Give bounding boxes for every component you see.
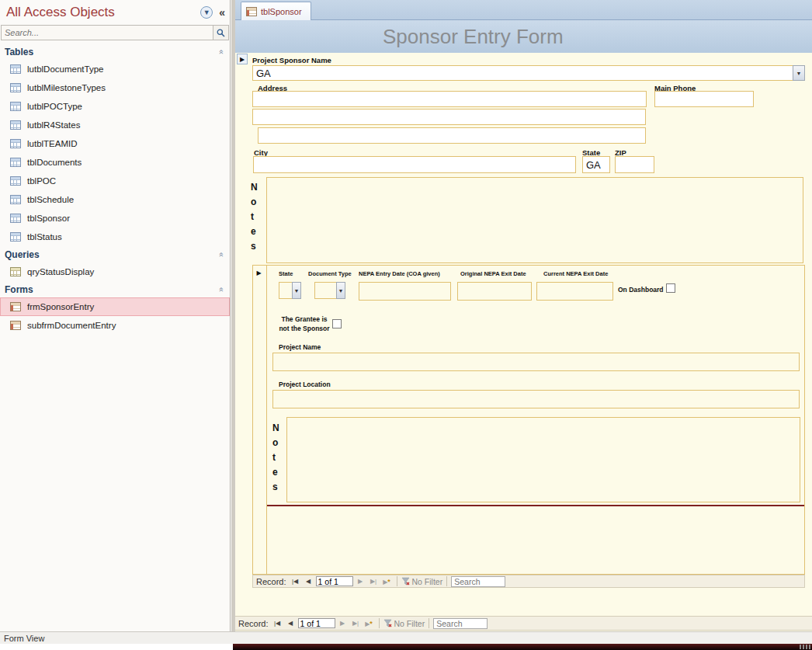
original-nepa-exit-date-field[interactable] (457, 282, 532, 301)
table-icon (10, 195, 21, 204)
filter-status[interactable]: No Filter (401, 577, 443, 586)
city-field[interactable] (253, 156, 576, 173)
record-position-box[interactable] (298, 618, 335, 628)
sidebar-item-label: tblSchedule (27, 195, 74, 204)
on-dashboard-checkbox[interactable] (666, 283, 675, 293)
sponsor-name-label: Project Sponsor Name (252, 56, 331, 64)
original-nepa-exit-date-label: Original NEPA Exit Date (460, 270, 526, 277)
window-bottom-edge (233, 644, 812, 650)
sidebar-item-subfrmdocumententry[interactable]: subfrmDocumentEntry (0, 316, 230, 335)
group-label: Tables (5, 47, 218, 57)
collapse-group-icon: » (216, 252, 225, 256)
document-area: tblSponsor Sponsor Entry Form ▶ Project … (235, 0, 812, 631)
grantee-not-sponsor-checkbox[interactable] (332, 319, 342, 328)
grantee-not-sponsor-label-line1: The Grantee is (278, 315, 331, 323)
current-nepa-exit-date-field[interactable] (536, 282, 613, 301)
sidebar-item-tblpoc[interactable]: tblPOC (0, 172, 230, 190)
document-tab-bar: tblSponsor (235, 0, 812, 20)
chevron-down-icon[interactable]: ▼ (336, 282, 345, 299)
sidebar-item-lutbldocumenttype[interactable]: lutblDocumentType (0, 60, 230, 78)
subform-record-selector-strip: ▶ (253, 266, 267, 574)
main-phone-field[interactable] (654, 91, 754, 107)
sidebar-item-lutblmilestonetypes[interactable]: lutblMilestoneTypes (0, 78, 230, 97)
sponsor-name-combo: ▼ (252, 65, 805, 81)
address-line2-field[interactable] (252, 109, 646, 125)
zip-field[interactable] (615, 156, 654, 173)
current-nepa-exit-date-label: Current NEPA Exit Date (543, 270, 608, 277)
sidebar-item-tbldocuments[interactable]: tblDocuments (0, 153, 230, 172)
nepa-entry-date-field[interactable] (359, 282, 451, 301)
sidebar-item-qrystatusdisplay[interactable]: qryStatusDisplay (0, 262, 230, 281)
sidebar-item-frmsponsorentry[interactable]: frmSponsorEntry (0, 297, 230, 316)
view-mode-label: Form View (4, 634, 44, 643)
chevron-down-icon[interactable]: ▼ (793, 65, 805, 81)
tab-tblsponsor[interactable]: tblSponsor (241, 2, 311, 20)
next-record-icon[interactable]: ▶ (337, 620, 349, 627)
project-name-field[interactable] (272, 353, 800, 371)
group-header-tables[interactable]: Tables » (0, 43, 230, 60)
sidebar-item-label: qryStatusDisplay (27, 267, 94, 276)
group-label: Forms (5, 284, 218, 295)
filter-status[interactable]: No Filter (383, 619, 425, 628)
address-line1-field[interactable] (252, 91, 647, 107)
form-title: Sponsor Entry Form (383, 25, 564, 49)
on-dashboard-label: On Dashboard (618, 286, 664, 294)
sidebar-item-tblstatus[interactable]: tblStatus (0, 228, 230, 246)
next-record-icon[interactable]: ▶ (355, 578, 366, 585)
record-selector-arrow[interactable]: ▶ (237, 54, 248, 64)
first-record-icon[interactable]: |◀ (290, 578, 301, 585)
document-type-combo-input[interactable] (314, 282, 336, 299)
notes-field[interactable] (266, 177, 803, 263)
state-combo: ▼ (279, 282, 301, 299)
subform-notes-label: N o t e s (272, 421, 281, 495)
sidebar-item-tblschedule[interactable]: tblSchedule (0, 190, 230, 209)
nav-search-box (1, 25, 229, 40)
record-position-box[interactable] (316, 576, 353, 586)
last-record-icon[interactable]: ▶| (368, 578, 380, 585)
subform-content: ▶ State Document Type NEPA Entry Date (C… (252, 265, 805, 575)
new-record-icon[interactable]: ▶* (363, 620, 375, 627)
subform-record-navigator: Record: |◀ ◀ ▶ ▶| ▶* No Filter (252, 575, 805, 588)
sidebar-item-lutblr4states[interactable]: lutblR4States (0, 116, 230, 134)
tab-label: tblSponsor (261, 7, 302, 16)
documents-subform: ▶ State Document Type NEPA Entry Date (C… (252, 265, 805, 588)
group-header-queries[interactable]: Queries » (0, 246, 230, 262)
project-location-field[interactable] (272, 390, 800, 408)
resize-grip[interactable] (800, 645, 810, 649)
state-field[interactable] (582, 156, 610, 173)
search-icon[interactable] (213, 26, 228, 40)
table-icon (10, 176, 21, 186)
record-search-input[interactable] (451, 576, 505, 587)
new-record-icon[interactable]: ▶* (381, 578, 393, 586)
divider (397, 576, 397, 586)
previous-record-icon[interactable]: ◀ (303, 578, 314, 585)
sidebar-item-tblsponsor[interactable]: tblSponsor (0, 209, 230, 228)
last-record-icon[interactable]: ▶| (350, 620, 362, 627)
address-line3-field[interactable] (258, 127, 646, 144)
table-icon (10, 139, 21, 148)
nav-menu-dropdown-icon[interactable]: ▼ (200, 6, 213, 19)
nav-search-input[interactable] (2, 26, 213, 40)
state-combo-input[interactable] (279, 282, 292, 299)
document-type-column-label: Document Type (308, 270, 352, 277)
record-search-input[interactable] (433, 618, 488, 629)
table-icon (10, 232, 21, 242)
access-window: All Access Objects ▼ « Tables » lutblDoc… (0, 0, 812, 650)
shutter-bar-close-icon[interactable]: « (219, 6, 225, 19)
sidebar-item-lutblteamid[interactable]: lutblTEAMID (0, 134, 230, 153)
record-selector-arrow[interactable]: ▶ (254, 268, 264, 278)
sidebar-item-lutblpoctype[interactable]: lutblPOCType (0, 97, 230, 116)
previous-record-icon[interactable]: ◀ (285, 620, 297, 627)
sidebar-item-label: lutblR4States (27, 120, 80, 130)
collapse-group-icon: » (216, 287, 225, 291)
project-name-label: Project Name (279, 343, 321, 351)
group-header-forms[interactable]: Forms » (0, 281, 230, 297)
first-record-icon[interactable]: |◀ (272, 620, 283, 627)
no-filter-label: No Filter (394, 619, 425, 628)
document-type-combo: ▼ (314, 282, 345, 299)
sponsor-name-input[interactable] (252, 65, 793, 81)
subform-notes-field[interactable] (286, 417, 800, 502)
chevron-down-icon[interactable]: ▼ (292, 282, 301, 299)
group-label: Queries (5, 249, 218, 260)
no-filter-icon (401, 577, 410, 586)
